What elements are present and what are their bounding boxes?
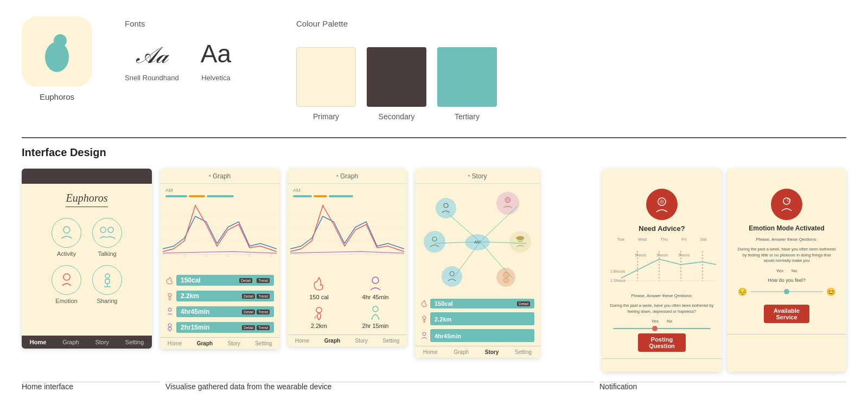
graph1-nav-graph[interactable]: Graph: [197, 340, 213, 346]
graph2-navbar: Home Graph Story Setting: [288, 334, 407, 346]
svg-point-30: [316, 307, 322, 313]
color-label-primary: Primary: [313, 112, 339, 121]
story-nav-setting[interactable]: Setting: [515, 349, 532, 355]
badge-detail-22km: Detail: [242, 294, 255, 299]
notif2-slider-thumb[interactable]: [784, 289, 789, 294]
notif2-no[interactable]: No: [792, 268, 797, 273]
color-label-secondary: Secondary: [379, 112, 415, 121]
graph2-timeline: [290, 194, 404, 198]
flame-icon-g2: [311, 276, 327, 292]
notif2-slider-track[interactable]: [750, 291, 823, 292]
story-nav-story[interactable]: Story: [485, 349, 499, 355]
story-stat-150cal: 150cal Detail: [420, 298, 534, 310]
story-nav-graph[interactable]: Graph: [454, 349, 469, 355]
font-name-script: Snell Roundhand: [125, 74, 179, 82]
badge-trend-2hr: Trend: [257, 325, 270, 330]
svg-point-2: [63, 227, 70, 233]
svg-point-32: [444, 203, 448, 208]
notif1-yes[interactable]: Yes: [652, 319, 659, 324]
badge-trend-150: Trend: [257, 278, 270, 283]
graph1-timeline: [163, 194, 277, 198]
story-navbar: Home Graph Story Setting: [415, 346, 540, 358]
story-nav-home[interactable]: Home: [423, 349, 438, 355]
svg-point-0: [45, 42, 69, 72]
screens-row: Euphoros Activity: [22, 169, 846, 372]
notif2-yes[interactable]: Yes: [776, 268, 783, 273]
stat-label-150cal: 150 cal: [309, 294, 328, 300]
graph2-icon-stats: 150 cal 4hr 45min: [290, 273, 404, 332]
stat-label-4hr45min: 4hr 45min: [362, 294, 389, 300]
notif2-how-feel: How do you feel?: [768, 278, 806, 283]
graph2-nav-home[interactable]: Home: [295, 338, 310, 344]
person-icon2: [165, 323, 174, 332]
font-item-script: 𝒜𝒶 Snell Roundhand: [125, 42, 179, 82]
baby-node-br: [500, 271, 512, 283]
notif2-topbar: [727, 169, 846, 182]
story-stat-row-22km: 2.2km: [430, 312, 534, 325]
xlabel-thu: Thu: [660, 237, 668, 242]
person-icon-story: [420, 332, 428, 339]
home-screen: Euphoros Activity: [22, 169, 152, 349]
color-swatch-tertiary: [437, 47, 497, 107]
home-nav-graph[interactable]: Graph: [62, 339, 79, 345]
emotion-label: Emotion: [55, 298, 77, 304]
svg-text:1 Shours: 1 Shours: [610, 279, 626, 282]
graph1-stats: 150cal Detail Trend: [163, 273, 277, 334]
home-nav-setting[interactable]: Setting: [125, 339, 144, 345]
home-icon-emotion: Emotion: [52, 265, 81, 304]
stat-row-2hr15min: 2hr15min Detail Trend: [176, 322, 274, 333]
talking-icon-circle: [92, 218, 122, 248]
svg-point-20: [168, 293, 171, 297]
stat-value-4hr45min: 4hr45min: [181, 308, 242, 316]
person-node-mr: [513, 235, 527, 249]
home-nav-story[interactable]: Story: [95, 339, 109, 345]
graph2-nav-setting[interactable]: Setting: [382, 338, 399, 344]
graph1-nav-home[interactable]: Home: [168, 340, 182, 346]
svg-point-49: [660, 200, 664, 204]
sharing-icon: [99, 272, 116, 289]
graph2-nav-graph[interactable]: Graph: [324, 338, 340, 344]
notif2-question-body: During the past a week, have you often b…: [732, 247, 841, 264]
svg-point-47: [423, 332, 426, 336]
home-navbar: Home Graph Story Setting: [22, 336, 152, 349]
story-val-4hr: 4hr45min: [435, 333, 461, 339]
notif2-question-text: Please, Answer these Qestions:: [754, 236, 820, 242]
interface-section: Interface Design Euphoros: [22, 137, 846, 391]
location-icon: [165, 292, 174, 300]
stat-row-22km: 2.2km Detail Trend: [176, 291, 274, 301]
graph1-content: AM: [160, 184, 279, 337]
graph2-nav-story[interactable]: Story: [355, 338, 368, 344]
svg-text:3hours: 3hours: [656, 253, 668, 257]
story-val-22km: 2.2km: [435, 316, 451, 323]
home-icons-grid: Activity Talking: [52, 218, 122, 304]
badge-trend-22km: Trend: [257, 294, 270, 299]
notif2-service-button[interactable]: AvailableService: [764, 305, 809, 323]
notif2-yes-no: Yes No: [776, 268, 797, 273]
bar-teal-g2: [293, 195, 312, 197]
svg-point-36: [516, 236, 524, 240]
palette-section: Colour Palette Primary Secondary Tertiar…: [296, 16, 497, 121]
bar-orange-g2: [314, 195, 327, 197]
graph1-nav-story[interactable]: Story: [228, 340, 240, 346]
person-node-tl: [439, 202, 452, 215]
svg-point-3: [100, 227, 106, 233]
stat-150cal: 150cal Detail Trend: [165, 273, 274, 287]
graph1-nav-setting[interactable]: Setting: [255, 340, 272, 346]
story-stat-4hr: 4hr45min: [420, 328, 534, 343]
talking-label: Talking: [98, 250, 116, 257]
stat-row-4hr45min: 4hr45min Detail Trend: [176, 306, 274, 317]
notif1-post-button[interactable]: PostingQuestion: [638, 333, 686, 352]
person-icon-g2-2: [367, 305, 384, 321]
home-logo: Euphoros: [66, 192, 107, 207]
graph1-topbar: •Graph: [160, 169, 279, 184]
person-node-bl: [445, 270, 458, 283]
graph2-topbar: •Graph: [288, 169, 407, 184]
graph2-title: Graph: [340, 172, 358, 180]
notif1-slider-thumb[interactable]: [652, 326, 658, 331]
notif1-slider-track[interactable]: [613, 328, 711, 329]
home-nav-home[interactable]: Home: [30, 339, 47, 345]
emotion-icon: [58, 272, 75, 289]
story-stat-row-4hr: 4hr45min: [430, 329, 534, 342]
notif1-no[interactable]: No: [667, 319, 672, 324]
bar-teal: [165, 195, 187, 197]
